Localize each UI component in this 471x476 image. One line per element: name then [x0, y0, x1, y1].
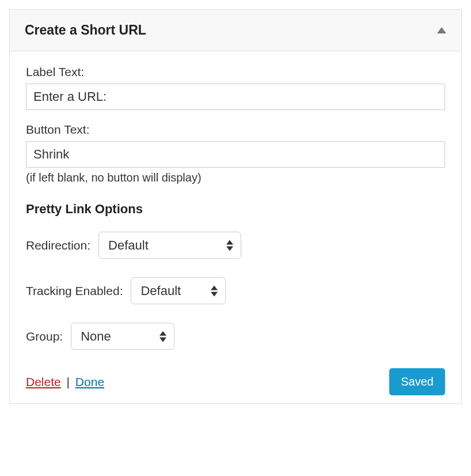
group-label: Group: [26, 330, 63, 343]
redirection-row: Redirection: Default [26, 232, 445, 259]
link-separator: | [67, 375, 70, 388]
widget-header[interactable]: Create a Short URL [10, 10, 461, 51]
tracking-select[interactable]: Default [131, 277, 226, 304]
footer-row: Delete | Done Saved [26, 368, 445, 395]
tracking-select-wrap: Default [131, 277, 226, 304]
group-row: Group: None [26, 323, 445, 350]
tracking-label: Tracking Enabled: [26, 284, 123, 298]
label-text-group: Label Text: [26, 65, 445, 110]
widget-container: Create a Short URL Label Text: Button Te… [9, 9, 462, 404]
collapse-up-icon[interactable] [437, 27, 446, 33]
pretty-link-options-heading: Pretty Link Options [26, 202, 445, 217]
footer-links: Delete | Done [26, 375, 104, 389]
button-text-label: Button Text: [26, 123, 445, 137]
button-text-group: Button Text: (if left blank, no button w… [26, 123, 445, 184]
label-text-label: Label Text: [26, 65, 445, 79]
done-link[interactable]: Done [75, 375, 104, 388]
redirection-select-wrap: Default [98, 232, 241, 259]
tracking-row: Tracking Enabled: Default [26, 277, 445, 304]
widget-body: Label Text: Button Text: (if left blank,… [10, 51, 461, 403]
delete-link[interactable]: Delete [26, 375, 61, 388]
group-select[interactable]: None [71, 323, 174, 350]
button-text-help: (if left blank, no button will display) [26, 171, 445, 184]
label-text-input[interactable] [26, 84, 445, 110]
group-select-wrap: None [71, 323, 174, 350]
widget-title: Create a Short URL [25, 22, 146, 38]
redirection-label: Redirection: [26, 239, 90, 252]
redirection-select[interactable]: Default [98, 232, 241, 259]
button-text-input[interactable] [26, 141, 445, 168]
saved-button[interactable]: Saved [389, 368, 445, 395]
